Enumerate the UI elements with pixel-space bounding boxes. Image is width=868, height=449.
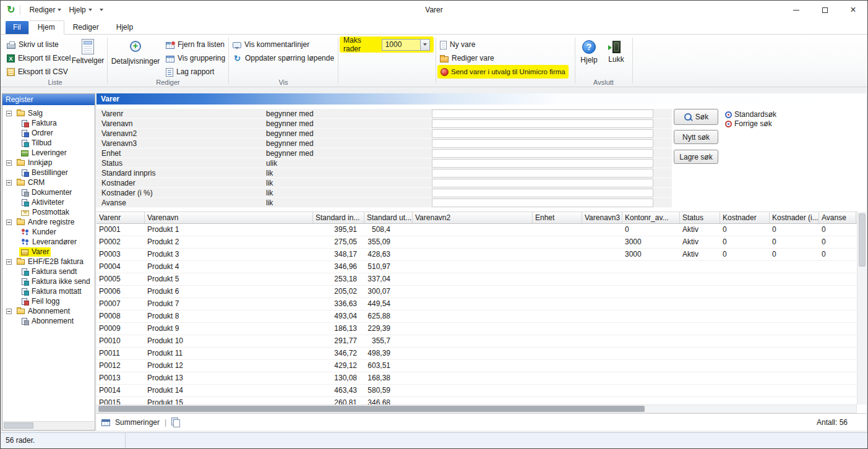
table-row[interactable]: P0008Produkt 8493,04625,88 — [97, 310, 857, 323]
menu-hjelp[interactable]: Hjelp — [65, 6, 95, 14]
vertical-scrollbar[interactable] — [857, 212, 866, 404]
minimize-button[interactable] — [782, 1, 810, 19]
table-row[interactable]: P0001Produkt 1395,91508,40Aktiv000 — [97, 224, 857, 236]
column-header-kostnader-i[interactable]: Kostnader (i... — [770, 212, 819, 223]
scrollbar-thumb[interactable] — [98, 406, 645, 412]
search-input-avanse[interactable] — [432, 199, 653, 207]
eksport-til-excel-button[interactable]: Eksport til Excel — [3, 52, 74, 64]
column-header-varenavn3[interactable]: Varenavn3 — [582, 212, 622, 223]
scrollbar-thumb[interactable] — [859, 213, 866, 267]
column-header-kostnader[interactable]: Kostnader — [720, 212, 770, 223]
tree-expander-icon[interactable] — [6, 180, 12, 186]
tree-item-tilbud[interactable]: Tilbud — [2, 138, 94, 148]
search-input-varenavn2[interactable] — [432, 129, 653, 138]
sok-button[interactable]: Søk — [674, 109, 718, 125]
send-varer-unimicro-button[interactable]: Send varer i utvalg til Unimicro firma — [437, 65, 569, 79]
tree-item-crm[interactable]: CRM — [2, 177, 94, 187]
tree-item-varer[interactable]: Varer — [2, 247, 94, 257]
table-row[interactable]: P0011Produkt 11346,72498,39 — [97, 348, 857, 360]
table-row[interactable]: P0002Produkt 2275,05355,093000Aktiv000 — [97, 236, 857, 249]
tree-expander-icon[interactable] — [6, 160, 12, 166]
tab-hjelp[interactable]: Hjelp — [108, 21, 142, 34]
table-row[interactable]: P0004Produkt 4346,96510,97 — [97, 261, 857, 273]
skriv-ut-liste-button[interactable]: Skriv ut liste — [3, 38, 62, 51]
tree-item-faktura-sendt[interactable]: Faktura sendt — [2, 267, 94, 276]
column-header-varenavn[interactable]: Varenavn — [145, 212, 313, 223]
summeringer-button[interactable]: Summeringer — [115, 418, 160, 427]
scrollbar-thumb[interactable] — [4, 422, 33, 429]
tree-item-ehf-e2b-faktura[interactable]: EHF/E2B faktura — [2, 257, 94, 267]
toolbar-overflow-icon[interactable] — [100, 9, 103, 11]
tree-item-feil-logg[interactable]: Feil logg — [2, 296, 94, 306]
dropdown-arrow-icon[interactable] — [420, 40, 429, 50]
table-row[interactable]: P0013Produkt 13130,08168,38 — [97, 372, 857, 385]
oppdater-sporring-button[interactable]: Oppdater spørring løpende — [229, 52, 338, 64]
table-row[interactable]: P0012Produkt 12429,12603,51 — [97, 360, 857, 372]
search-input-kostnader-i[interactable] — [432, 189, 653, 197]
search-input-varenavn3[interactable] — [432, 139, 653, 148]
tree-item-salg[interactable]: Salg — [2, 108, 94, 118]
table-row[interactable]: P0015Produkt 15260,81346,68 — [97, 397, 857, 404]
feltvelger-button[interactable]: Feltvelger — [70, 36, 106, 77]
lukk-button[interactable]: Lukk — [604, 36, 629, 77]
lagre-sok-button[interactable]: Lagre søk — [674, 150, 718, 164]
column-header-avanse[interactable]: Avanse — [819, 212, 856, 223]
column-header-enhet[interactable]: Enhet — [533, 212, 582, 223]
maximize-button[interactable] — [810, 1, 839, 19]
tree-item-abonnement[interactable]: Abonnement — [2, 306, 94, 316]
search-input-kostnader[interactable] — [432, 179, 653, 187]
tree-item-aktiviteter[interactable]: Aktiviteter — [2, 197, 94, 207]
search-input-status[interactable] — [432, 159, 653, 168]
tab-hjem[interactable]: Hjem — [28, 20, 64, 35]
tree-item-leveringer[interactable]: Leveringer — [2, 148, 94, 158]
standardsok-link[interactable]: Standardsøk — [725, 110, 776, 119]
tree-item-dokumenter[interactable]: Dokumenter — [2, 187, 94, 197]
tree-item-kunder[interactable]: Kunder — [2, 227, 94, 237]
tree-item-faktura-ikke-send[interactable]: Faktura ikke send — [2, 276, 94, 286]
vis-gruppering-button[interactable]: Vis gruppering — [162, 52, 229, 64]
tree-expander-icon[interactable] — [6, 111, 12, 116]
table-row[interactable]: P0005Produkt 5253,18337,04 — [97, 273, 857, 286]
maks-rader-select[interactable]: 1000 — [382, 39, 430, 51]
column-header-standard-ut[interactable]: Standard ut... — [364, 212, 413, 223]
tree-item-leverandører[interactable]: Leverandører — [2, 237, 94, 247]
table-row[interactable]: P0007Produkt 7336,63449,54 — [97, 298, 857, 310]
column-header-status[interactable]: Status — [680, 212, 720, 223]
sidebar-horizontal-scrollbar[interactable] — [3, 421, 94, 429]
fjern-fra-listen-button[interactable]: Fjern fra listen — [162, 38, 228, 51]
nytt-sok-button[interactable]: Nytt søk — [674, 130, 718, 144]
table-row[interactable]: P0003Produkt 3348,17428,633000Aktiv000 — [97, 249, 857, 261]
close-button[interactable]: × — [839, 1, 867, 19]
table-row[interactable]: P0006Produkt 6205,02300,07 — [97, 286, 857, 298]
copy-icon[interactable] — [171, 417, 180, 427]
menu-rediger[interactable]: Rediger — [25, 6, 65, 14]
tab-fil[interactable]: Fil — [6, 21, 28, 34]
lag-rapport-button[interactable]: Lag rapport — [162, 66, 218, 78]
search-input-varenr[interactable] — [432, 109, 653, 118]
tree-expander-icon[interactable] — [6, 259, 12, 265]
table-row[interactable]: P0009Produkt 9186,13229,39 — [97, 323, 857, 335]
column-header-standard-in[interactable]: Standard in... — [313, 212, 364, 223]
vis-kommentarlinjer-button[interactable]: Vis kommentarlinjer — [229, 38, 313, 51]
tab-rediger[interactable]: Rediger — [64, 21, 108, 34]
forrigesok-link[interactable]: Forrige søk — [725, 119, 772, 128]
search-input-varenavn[interactable] — [432, 119, 653, 128]
tree-expander-icon[interactable] — [6, 309, 12, 314]
eksport-til-csv-button[interactable]: Eksport til CSV — [3, 66, 72, 78]
column-header-varenr[interactable]: Varenr — [97, 212, 145, 223]
tree-item-abonnement[interactable]: Abonnement — [2, 316, 94, 326]
column-header-kontonr-av[interactable]: Kontonr_av... — [622, 212, 680, 223]
search-input-standard-innpris[interactable] — [432, 169, 653, 177]
ny-vare-button[interactable]: Ny vare — [436, 38, 479, 51]
tree-item-bestillinger[interactable]: Bestillinger — [2, 168, 94, 177]
hjelp-button[interactable]: Hjelp — [577, 36, 601, 77]
rediger-vare-button[interactable]: Rediger vare — [436, 52, 498, 64]
detaljvisninger-button[interactable]: Detaljvisninger — [109, 36, 162, 77]
tree-expander-icon[interactable] — [6, 220, 12, 225]
tree-item-faktura[interactable]: Faktura — [2, 118, 94, 128]
table-row[interactable]: P0010Produkt 10291,77355,7 — [97, 335, 857, 348]
table-row[interactable]: P0014Produkt 14463,43580,59 — [97, 385, 857, 397]
search-input-enhet[interactable] — [432, 149, 653, 158]
column-header-varenavn2[interactable]: Varenavn2 — [413, 212, 533, 223]
tree-item-innkjøp[interactable]: Innkjøp — [2, 158, 94, 168]
